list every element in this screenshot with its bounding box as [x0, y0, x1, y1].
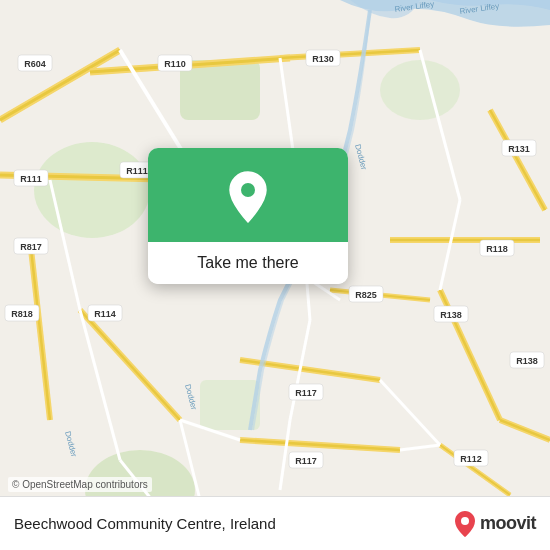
svg-text:R138: R138 [516, 356, 538, 366]
svg-text:R111: R111 [126, 166, 148, 176]
svg-point-89 [461, 517, 469, 525]
svg-point-3 [380, 60, 460, 120]
svg-text:R118: R118 [486, 244, 508, 254]
moovit-text: moovit [480, 513, 536, 534]
svg-text:R604: R604 [24, 59, 46, 69]
moovit-logo: moovit [454, 510, 536, 538]
popup-header [148, 148, 348, 242]
svg-text:R112: R112 [460, 454, 482, 464]
attribution-text: © OpenStreetMap contributors [12, 479, 148, 490]
map-container: R604 R110 R130 R111 R111 R131 R817 R818 … [0, 0, 550, 550]
info-bar: Beechwood Community Centre, Ireland moov… [0, 496, 550, 550]
svg-text:R131: R131 [508, 144, 530, 154]
svg-text:R117: R117 [295, 456, 317, 466]
popup-button-label: Take me there [197, 254, 298, 271]
svg-text:R117: R117 [295, 388, 317, 398]
popup-card: Take me there [148, 148, 348, 284]
location-pin-icon [225, 170, 271, 224]
svg-text:R825: R825 [355, 290, 377, 300]
svg-text:R138: R138 [440, 310, 462, 320]
moovit-pin-icon [454, 510, 476, 538]
location-name: Beechwood Community Centre, Ireland [14, 515, 276, 532]
svg-text:R111: R111 [20, 174, 42, 184]
osm-attribution: © OpenStreetMap contributors [8, 477, 152, 492]
svg-text:R114: R114 [94, 309, 116, 319]
svg-point-88 [241, 183, 255, 197]
take-me-there-button[interactable]: Take me there [148, 242, 348, 284]
svg-text:R818: R818 [11, 309, 33, 319]
svg-text:R130: R130 [312, 54, 334, 64]
svg-text:R110: R110 [164, 59, 186, 69]
svg-text:R817: R817 [20, 242, 42, 252]
